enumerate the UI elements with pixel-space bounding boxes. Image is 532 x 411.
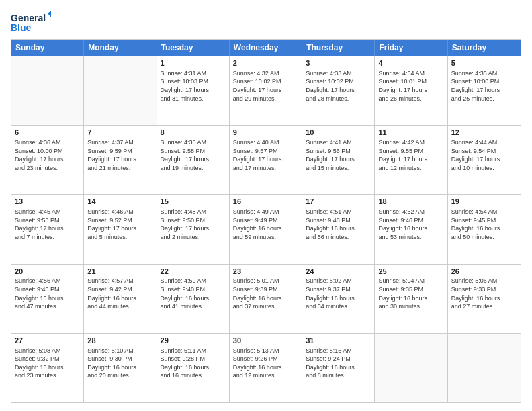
day-number: 12 xyxy=(451,128,517,138)
day-info: Sunrise: 5:13 AMSunset: 9:26 PMDaylight:… xyxy=(233,347,298,380)
calendar-day-cell: 24Sunrise: 5:02 AMSunset: 9:37 PMDayligh… xyxy=(302,265,375,333)
calendar-day-cell: 4Sunrise: 4:34 AMSunset: 10:01 PMDayligh… xyxy=(375,56,447,125)
calendar-day-cell: 13Sunrise: 4:45 AMSunset: 9:53 PMDayligh… xyxy=(11,195,84,263)
day-number: 7 xyxy=(87,128,152,138)
day-info: Sunrise: 4:57 AMSunset: 9:42 PMDaylight:… xyxy=(87,277,152,310)
calendar-empty-cell xyxy=(11,56,84,125)
day-number: 10 xyxy=(306,128,371,138)
logo: General Blue xyxy=(11,11,51,35)
calendar-day-cell: 19Sunrise: 4:54 AMSunset: 9:45 PMDayligh… xyxy=(448,195,521,263)
day-number: 18 xyxy=(378,197,443,207)
calendar-empty-cell xyxy=(84,56,157,125)
day-info: Sunrise: 4:36 AMSunset: 10:00 PMDaylight… xyxy=(15,138,80,172)
day-info: Sunrise: 4:40 AMSunset: 9:57 PMDaylight:… xyxy=(233,138,298,172)
day-number: 14 xyxy=(87,197,152,207)
day-of-week-header: Sunday xyxy=(11,40,84,56)
day-of-week-header: Thursday xyxy=(302,40,375,56)
day-number: 26 xyxy=(451,267,517,277)
day-info: Sunrise: 4:54 AMSunset: 9:45 PMDaylight:… xyxy=(451,208,517,241)
day-info: Sunrise: 4:49 AMSunset: 9:49 PMDaylight:… xyxy=(233,208,298,241)
day-info: Sunrise: 4:33 AMSunset: 10:02 PMDaylight… xyxy=(306,69,371,103)
calendar-day-cell: 25Sunrise: 5:04 AMSunset: 9:35 PMDayligh… xyxy=(375,265,447,333)
calendar-empty-cell xyxy=(448,334,521,402)
day-number: 1 xyxy=(161,58,226,68)
day-number: 9 xyxy=(233,128,298,138)
calendar-day-cell: 6Sunrise: 4:36 AMSunset: 10:00 PMDayligh… xyxy=(11,126,84,194)
calendar-day-cell: 17Sunrise: 4:51 AMSunset: 9:48 PMDayligh… xyxy=(302,195,375,263)
day-number: 25 xyxy=(378,267,443,277)
day-number: 22 xyxy=(161,267,226,277)
calendar-row: 27Sunrise: 5:08 AMSunset: 9:32 PMDayligh… xyxy=(11,333,521,402)
day-number: 24 xyxy=(306,267,371,277)
day-info: Sunrise: 5:06 AMSunset: 9:33 PMDaylight:… xyxy=(451,277,517,310)
day-info: Sunrise: 4:42 AMSunset: 9:55 PMDaylight:… xyxy=(378,138,443,172)
calendar-row: 1Sunrise: 4:31 AMSunset: 10:03 PMDayligh… xyxy=(11,56,521,125)
calendar-day-cell: 23Sunrise: 5:01 AMSunset: 9:39 PMDayligh… xyxy=(230,265,302,333)
calendar-day-cell: 9Sunrise: 4:40 AMSunset: 9:57 PMDaylight… xyxy=(230,126,302,194)
calendar-header-row: SundayMondayTuesdayWednesdayThursdayFrid… xyxy=(11,40,521,56)
day-of-week-header: Tuesday xyxy=(157,40,230,56)
day-number: 17 xyxy=(306,197,371,207)
day-number: 3 xyxy=(306,58,371,68)
day-info: Sunrise: 5:08 AMSunset: 9:32 PMDaylight:… xyxy=(15,347,80,380)
calendar: SundayMondayTuesdayWednesdayThursdayFrid… xyxy=(11,39,521,403)
calendar-day-cell: 7Sunrise: 4:37 AMSunset: 9:59 PMDaylight… xyxy=(84,126,157,194)
calendar-day-cell: 22Sunrise: 4:59 AMSunset: 9:40 PMDayligh… xyxy=(157,265,230,333)
day-number: 13 xyxy=(15,197,80,207)
day-number: 19 xyxy=(451,197,517,207)
day-info: Sunrise: 4:37 AMSunset: 9:59 PMDaylight:… xyxy=(87,138,152,172)
calendar-day-cell: 5Sunrise: 4:35 AMSunset: 10:00 PMDayligh… xyxy=(448,56,521,125)
calendar-day-cell: 21Sunrise: 4:57 AMSunset: 9:42 PMDayligh… xyxy=(84,265,157,333)
day-info: Sunrise: 4:59 AMSunset: 9:40 PMDaylight:… xyxy=(161,277,226,310)
calendar-row: 20Sunrise: 4:56 AMSunset: 9:43 PMDayligh… xyxy=(11,264,521,333)
day-info: Sunrise: 4:48 AMSunset: 9:50 PMDaylight:… xyxy=(161,208,226,241)
calendar-day-cell: 26Sunrise: 5:06 AMSunset: 9:33 PMDayligh… xyxy=(448,265,521,333)
day-number: 6 xyxy=(15,128,80,138)
calendar-day-cell: 14Sunrise: 4:46 AMSunset: 9:52 PMDayligh… xyxy=(84,195,157,263)
day-number: 20 xyxy=(15,267,80,277)
day-number: 11 xyxy=(378,128,443,138)
day-info: Sunrise: 4:46 AMSunset: 9:52 PMDaylight:… xyxy=(87,208,152,241)
day-info: Sunrise: 4:51 AMSunset: 9:48 PMDaylight:… xyxy=(306,208,371,241)
day-of-week-header: Saturday xyxy=(448,40,521,56)
calendar-day-cell: 12Sunrise: 4:44 AMSunset: 9:54 PMDayligh… xyxy=(448,126,521,194)
calendar-row: 13Sunrise: 4:45 AMSunset: 9:53 PMDayligh… xyxy=(11,194,521,263)
calendar-day-cell: 16Sunrise: 4:49 AMSunset: 9:49 PMDayligh… xyxy=(230,195,302,263)
day-info: Sunrise: 4:56 AMSunset: 9:43 PMDaylight:… xyxy=(15,277,80,310)
calendar-day-cell: 11Sunrise: 4:42 AMSunset: 9:55 PMDayligh… xyxy=(375,126,447,194)
svg-marker-2 xyxy=(48,11,51,17)
day-number: 30 xyxy=(233,336,298,346)
day-info: Sunrise: 4:32 AMSunset: 10:02 PMDaylight… xyxy=(233,69,298,103)
calendar-day-cell: 1Sunrise: 4:31 AMSunset: 10:03 PMDayligh… xyxy=(157,56,230,125)
day-number: 23 xyxy=(233,267,298,277)
day-number: 4 xyxy=(378,58,443,68)
day-of-week-header: Friday xyxy=(375,40,447,56)
day-info: Sunrise: 5:11 AMSunset: 9:28 PMDaylight:… xyxy=(161,347,226,380)
calendar-day-cell: 15Sunrise: 4:48 AMSunset: 9:50 PMDayligh… xyxy=(157,195,230,263)
day-number: 27 xyxy=(15,336,80,346)
page: General Blue SundayMondayTuesdayWednesda… xyxy=(0,0,532,411)
day-info: Sunrise: 4:38 AMSunset: 9:58 PMDaylight:… xyxy=(161,138,226,172)
logo-svg: General Blue xyxy=(11,11,51,35)
day-info: Sunrise: 4:41 AMSunset: 9:56 PMDaylight:… xyxy=(306,138,371,172)
calendar-body: 1Sunrise: 4:31 AMSunset: 10:03 PMDayligh… xyxy=(11,56,521,402)
day-info: Sunrise: 4:35 AMSunset: 10:00 PMDaylight… xyxy=(451,69,517,103)
calendar-day-cell: 3Sunrise: 4:33 AMSunset: 10:02 PMDayligh… xyxy=(302,56,375,125)
day-info: Sunrise: 5:02 AMSunset: 9:37 PMDaylight:… xyxy=(306,277,371,310)
day-info: Sunrise: 4:52 AMSunset: 9:46 PMDaylight:… xyxy=(378,208,443,241)
day-number: 16 xyxy=(233,197,298,207)
calendar-day-cell: 18Sunrise: 4:52 AMSunset: 9:46 PMDayligh… xyxy=(375,195,447,263)
calendar-day-cell: 10Sunrise: 4:41 AMSunset: 9:56 PMDayligh… xyxy=(302,126,375,194)
day-number: 21 xyxy=(87,267,152,277)
calendar-day-cell: 8Sunrise: 4:38 AMSunset: 9:58 PMDaylight… xyxy=(157,126,230,194)
calendar-empty-cell xyxy=(375,334,447,402)
day-info: Sunrise: 4:44 AMSunset: 9:54 PMDaylight:… xyxy=(451,138,517,172)
day-info: Sunrise: 5:10 AMSunset: 9:30 PMDaylight:… xyxy=(87,347,152,380)
calendar-day-cell: 30Sunrise: 5:13 AMSunset: 9:26 PMDayligh… xyxy=(230,334,302,402)
calendar-day-cell: 28Sunrise: 5:10 AMSunset: 9:30 PMDayligh… xyxy=(84,334,157,402)
calendar-day-cell: 2Sunrise: 4:32 AMSunset: 10:02 PMDayligh… xyxy=(230,56,302,125)
calendar-row: 6Sunrise: 4:36 AMSunset: 10:00 PMDayligh… xyxy=(11,125,521,194)
day-info: Sunrise: 5:04 AMSunset: 9:35 PMDaylight:… xyxy=(378,277,443,310)
day-info: Sunrise: 5:01 AMSunset: 9:39 PMDaylight:… xyxy=(233,277,298,310)
day-info: Sunrise: 5:15 AMSunset: 9:24 PMDaylight:… xyxy=(306,347,371,380)
